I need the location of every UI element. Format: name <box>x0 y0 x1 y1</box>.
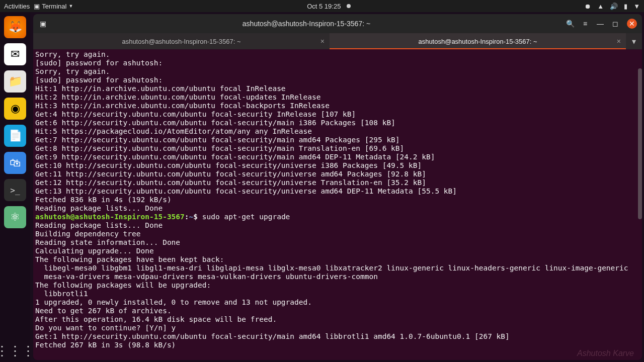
terminal-line: Building dependency tree <box>35 230 640 238</box>
system-menu-icon[interactable]: ▼ <box>633 3 640 10</box>
files-icon[interactable]: 📁 <box>4 70 26 93</box>
minimize-button[interactable]: — <box>594 17 607 30</box>
clock[interactable]: Oct 5 19:25 <box>307 3 341 10</box>
terminal-line: Fetched 267 kB in 3s (98.8 kB/s) <box>35 341 640 349</box>
terminal-line: libbrotli1 <box>35 290 640 298</box>
software-icon[interactable]: 🛍 <box>4 152 26 174</box>
show-applications-icon[interactable]: ⋮⋮⋮ <box>4 340 26 362</box>
terminal-line: Get:6 http://security.ubuntu.com/ubuntu … <box>35 119 640 127</box>
terminal-dock-icon[interactable]: >_ <box>4 179 26 201</box>
battery-icon[interactable]: ▮ <box>624 3 627 10</box>
terminal-line: Get:12 http://security.ubuntu.com/ubuntu… <box>35 178 640 187</box>
atom-icon[interactable]: ⚛ <box>4 206 26 228</box>
app-menu-label: Terminal <box>42 3 66 10</box>
tab-label: ashutosh@ashutosh-Inspiron-15-3567: ~ <box>122 38 240 45</box>
terminal-line: Hit:5 https://packagecloud.io/AtomEditor… <box>35 127 640 136</box>
terminal-line: Get:7 http://security.ubuntu.com/ubuntu … <box>35 136 640 144</box>
terminal-line: Get:9 http://security.ubuntu.com/ubuntu … <box>35 153 640 161</box>
titlebar: ▣ ashutosh@ashutosh-Inspiron-15-3567: ~ … <box>33 14 642 33</box>
terminal-line: [sudo] password for ashutosh: <box>35 76 640 84</box>
terminal-icon: ▣ <box>34 3 40 10</box>
dock: 🦊 ✉ 📁 ◉ 📄 🛍 >_ ⚛ ⋮⋮⋮ <box>0 12 30 362</box>
terminal-line: Need to get 267 kB of archives. <box>35 307 640 315</box>
terminal-line: Hit:1 http://in.archive.ubuntu.com/ubunt… <box>35 84 640 93</box>
scrollbar[interactable] <box>638 68 642 219</box>
terminal-line: 1 upgraded, 0 newly installed, 0 to remo… <box>35 298 640 307</box>
maximize-button[interactable]: ◻ <box>609 17 622 30</box>
app-menu[interactable]: ▣ Terminal ▼ <box>34 3 73 10</box>
window-title: ashutosh@ashutosh-Inspiron-15-3567: ~ <box>51 20 561 28</box>
terminal-line: Reading package lists... Done <box>35 221 640 230</box>
tab-bar: ashutosh@ashutosh-Inspiron-15-3567: ~ × … <box>33 33 642 49</box>
tab-label: ashutosh@ashutosh-Inspiron-15-3567: ~ <box>418 38 537 45</box>
terminal-line: Reading state information... Done <box>35 238 640 247</box>
terminal-line: Fetched 836 kB in 4s (192 kB/s) <box>35 196 640 204</box>
terminal-line: Get:1 http://security.ubuntu.com/ubuntu … <box>35 332 640 341</box>
firefox-icon[interactable]: 🦊 <box>4 16 26 38</box>
terminal-window: ▣ ashutosh@ashutosh-Inspiron-15-3567: ~ … <box>33 14 642 360</box>
thunderbird-icon[interactable]: ✉ <box>4 43 26 65</box>
terminal-line: Get:8 http://security.ubuntu.com/ubuntu … <box>35 144 640 153</box>
terminal-line: Sorry, try again. <box>35 50 640 59</box>
terminal-tab-1[interactable]: ashutosh@ashutosh-Inspiron-15-3567: ~ × <box>33 33 330 49</box>
tab-dropdown-icon[interactable]: ▾ <box>626 33 642 49</box>
close-button[interactable]: ✕ <box>627 19 637 29</box>
terminal-line: Get:13 http://security.ubuntu.com/ubuntu… <box>35 187 640 196</box>
terminal-line: Get:10 http://security.ubuntu.com/ubuntu… <box>35 161 640 170</box>
watermark: Ashutosh Karve <box>577 349 634 358</box>
tab-close-icon[interactable]: × <box>617 37 621 45</box>
activities-button[interactable]: Activities <box>4 3 30 10</box>
terminal-line: Sorry, try again. <box>35 67 640 76</box>
volume-icon[interactable]: 🔊 <box>610 3 618 10</box>
notification-dot-icon <box>347 4 351 8</box>
terminal-tab-2[interactable]: ashutosh@ashutosh-Inspiron-15-3567: ~ × <box>330 33 626 49</box>
terminal-line: After this operation, 16.4 kB disk space… <box>35 315 640 324</box>
tab-close-icon[interactable]: × <box>320 37 325 45</box>
chevron-down-icon: ▼ <box>68 4 73 9</box>
terminal-line: Get:4 http://security.ubuntu.com/ubuntu … <box>35 110 640 119</box>
screencast-icon[interactable]: ⏺ <box>585 3 591 10</box>
hamburger-menu-button[interactable]: ≡ <box>579 17 592 30</box>
rhythmbox-icon[interactable]: ◉ <box>4 98 26 120</box>
terminal-line: The following packages will be upgraded: <box>35 281 640 290</box>
terminal-line: Hit:2 http://in.archive.ubuntu.com/ubunt… <box>35 93 640 102</box>
terminal-line: Hit:3 http://in.archive.ubuntu.com/ubunt… <box>35 102 640 110</box>
terminal-line: The following packages have been kept ba… <box>35 255 640 264</box>
gnome-topbar: Activities ▣ Terminal ▼ Oct 5 19:25 ⏺ ▲ … <box>0 0 644 12</box>
terminal-line: Calculating upgrade... Done <box>35 247 640 255</box>
new-tab-button[interactable]: ▣ <box>36 17 49 30</box>
terminal-line: ashutosh@ashutosh-Inspiron-15-3567:~$ su… <box>35 213 640 221</box>
terminal-line: mesa-va-drivers mesa-vdpau-drivers mesa-… <box>35 273 640 281</box>
terminal-output[interactable]: Sorry, try again.[sudo] password for ash… <box>33 49 642 360</box>
terminal-line: Reading package lists... Done <box>35 204 640 213</box>
terminal-line: [sudo] password for ashutosh: <box>35 59 640 67</box>
search-button[interactable]: 🔍 <box>564 17 577 30</box>
libreoffice-writer-icon[interactable]: 📄 <box>4 125 26 147</box>
wifi-icon[interactable]: ▲ <box>597 3 604 10</box>
terminal-line: libegl-mesa0 libgbm1 libgl1-mesa-dri lib… <box>35 264 640 273</box>
terminal-line: Get:11 http://security.ubuntu.com/ubuntu… <box>35 170 640 178</box>
terminal-line: Do you want to continue? [Y/n] y <box>35 324 640 332</box>
